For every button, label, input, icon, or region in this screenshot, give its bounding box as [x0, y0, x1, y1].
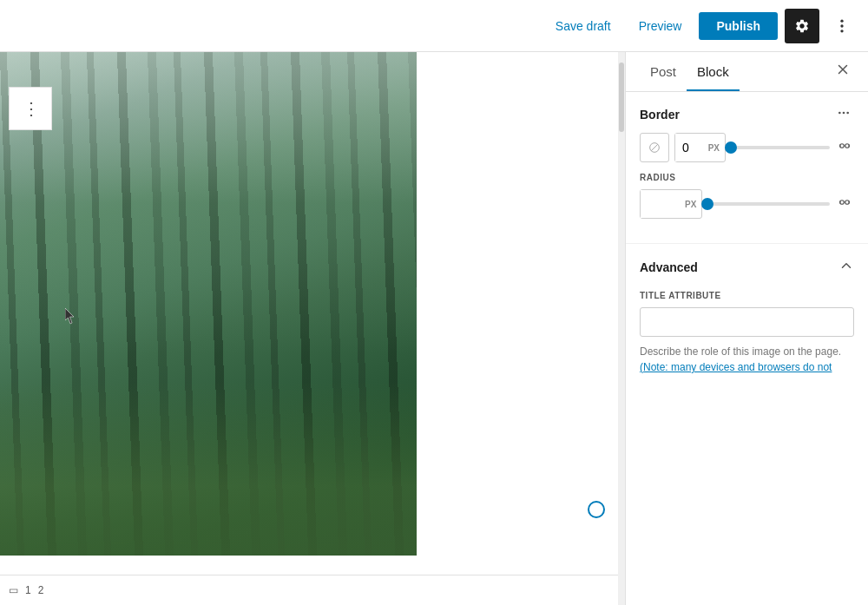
editor-area: ⋮ ▭ 1 2 — [0, 52, 618, 605]
radius-slider-track[interactable] — [707, 202, 830, 206]
help-text: Describe the role of this image on the p… — [640, 344, 854, 375]
title-attribute-label: TITLE ATTRIBUTE — [640, 291, 854, 300]
bottom-bar-icon: ▭ — [9, 584, 18, 596]
border-section: Border 0 PX — [626, 92, 868, 244]
sidebar-tabs: Post Block — [626, 52, 868, 92]
radius-value-input[interactable] — [641, 190, 680, 218]
border-section-title: Border — [640, 108, 680, 122]
svg-point-9 — [845, 144, 850, 148]
preview-button[interactable]: Preview — [628, 14, 693, 38]
radius-row: PX — [640, 189, 854, 219]
bottom-bar-num1: 1 — [25, 584, 31, 596]
image-resize-handle[interactable] — [588, 501, 605, 518]
border-value-input-wrap[interactable]: 0 PX — [674, 133, 726, 162]
link-icon — [837, 138, 852, 154]
border-unit-label: PX — [703, 143, 725, 153]
svg-point-13 — [840, 201, 845, 205]
svg-point-2 — [840, 30, 843, 32]
more-options-icon — [837, 106, 851, 120]
border-slider-track[interactable] — [731, 146, 830, 149]
radius-slider[interactable] — [707, 202, 830, 206]
title-attribute-input[interactable] — [640, 307, 854, 337]
close-icon — [835, 62, 851, 77]
radius-label: RADIUS — [640, 173, 854, 182]
settings-button[interactable] — [785, 9, 819, 43]
radius-unit-label: PX — [680, 200, 701, 209]
border-width-row: 0 PX — [640, 133, 854, 162]
tab-block[interactable]: Block — [687, 52, 740, 91]
toolbar: Save draft Preview Publish — [0, 0, 868, 52]
no-border-icon — [648, 141, 661, 155]
forest-image — [0, 52, 417, 556]
radius-link-button[interactable] — [835, 193, 854, 215]
border-link-button[interactable] — [835, 136, 854, 159]
svg-point-3 — [838, 112, 841, 115]
more-options-icon — [833, 17, 851, 35]
svg-point-4 — [843, 112, 845, 115]
border-section-header: Border — [640, 106, 854, 122]
border-value-input[interactable]: 0 — [675, 134, 703, 161]
publish-button[interactable]: Publish — [699, 12, 778, 40]
chevron-up-icon — [838, 258, 854, 273]
link-icon — [837, 194, 852, 210]
more-options-button[interactable] — [826, 14, 858, 38]
sidebar-panel: Post Block Border — [625, 52, 868, 605]
bottom-bar-num2: 2 — [38, 584, 44, 596]
sidebar-close-button[interactable] — [832, 58, 854, 85]
border-style-button[interactable] — [640, 133, 669, 162]
advanced-section-header: Advanced — [640, 258, 854, 277]
svg-line-7 — [651, 144, 658, 151]
save-draft-button[interactable]: Save draft — [545, 14, 621, 38]
border-slider[interactable] — [731, 146, 830, 149]
border-slider-thumb[interactable] — [725, 141, 737, 154]
svg-point-0 — [840, 19, 843, 22]
tab-post[interactable]: Post — [640, 52, 687, 91]
help-link[interactable]: (Note: many devices and browsers do not — [640, 361, 832, 373]
block-handle[interactable]: ⋮ — [9, 87, 52, 130]
main-content: ⋮ ▭ 1 2 Post Block — [0, 52, 868, 605]
svg-point-5 — [846, 112, 849, 115]
advanced-section: Advanced TITLE ATTRIBUTE Describe the ro… — [626, 244, 868, 389]
svg-point-14 — [845, 201, 850, 205]
advanced-collapse-button[interactable] — [838, 258, 854, 277]
svg-point-8 — [840, 144, 845, 148]
radius-input-wrap[interactable]: PX — [640, 189, 702, 219]
border-more-button[interactable] — [833, 106, 854, 122]
editor-bottom-bar: ▭ 1 2 — [0, 575, 618, 605]
radius-slider-thumb[interactable] — [701, 198, 713, 210]
sidebar-scroll-thumb[interactable] — [619, 62, 624, 132]
gear-icon — [794, 18, 810, 34]
block-drag-icon: ⋮ — [23, 98, 38, 119]
svg-point-1 — [840, 24, 843, 27]
sidebar-scrollbar[interactable] — [618, 52, 625, 605]
advanced-section-title: Advanced — [640, 260, 698, 274]
